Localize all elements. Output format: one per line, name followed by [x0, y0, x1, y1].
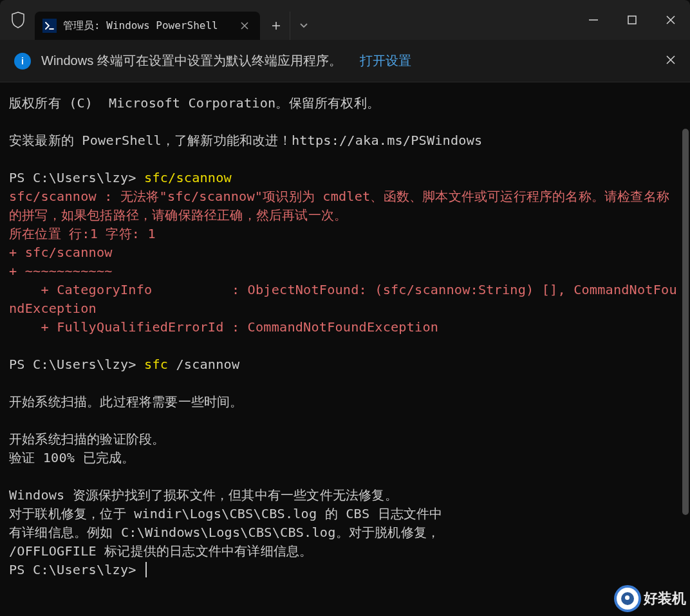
error-line-5: + CategoryInfo : ObjectNotFound: (sfc/sc… — [9, 282, 677, 316]
info-close-button[interactable] — [666, 55, 676, 68]
command-1: sfc/scannow — [144, 170, 232, 185]
tab-actions — [263, 12, 317, 40]
svg-rect-1 — [628, 16, 636, 24]
window-controls — [574, 6, 690, 34]
new-tab-button[interactable] — [263, 12, 290, 40]
error-line-1: sfc/scannow : 无法将"sfc/scannow"项识别为 cmdle… — [9, 189, 669, 223]
scrollbar-thumb[interactable] — [682, 129, 689, 515]
info-icon: i — [14, 53, 31, 70]
terminal-window: 管理员: Windows PowerShell — [0, 0, 690, 616]
watermark-logo-icon — [614, 585, 641, 612]
title-bar: 管理员: Windows PowerShell — [0, 0, 690, 40]
error-line-6: + FullyQualifiedErrorId : CommandNotFoun… — [9, 319, 438, 335]
prompt-1: PS C:\Users\lzy> — [9, 170, 144, 185]
cursor — [145, 562, 147, 577]
command-2: sfc — [144, 357, 176, 372]
maximize-button[interactable] — [613, 6, 651, 34]
watermark-text: 好装机 — [644, 589, 686, 608]
scan-line-3: 验证 100% 已完成。 — [9, 450, 135, 465]
prompt-3: PS C:\Users\lzy> — [9, 562, 144, 577]
powershell-icon — [42, 19, 57, 33]
error-line-2: 所在位置 行:1 字符: 1 — [9, 226, 156, 241]
minimize-button[interactable] — [574, 6, 613, 34]
watermark: 好装机 — [614, 585, 686, 612]
scan-line-2: 开始系统扫描的验证阶段。 — [9, 431, 165, 447]
tab-title: 管理员: Windows PowerShell — [63, 19, 230, 33]
copyright-line: 版权所有 (C) Microsoft Corporation。保留所有权利。 — [9, 95, 380, 111]
close-button[interactable] — [651, 6, 690, 34]
open-settings-link[interactable]: 打开设置 — [360, 52, 411, 70]
tab-dropdown-button[interactable] — [290, 12, 317, 40]
info-bar: i Windows 终端可在设置中设置为默认终端应用程序。 打开设置 — [0, 40, 690, 82]
prompt-2: PS C:\Users\lzy> — [9, 357, 144, 372]
tab-close-button[interactable] — [237, 18, 252, 33]
uac-shield-icon — [4, 6, 32, 34]
error-line-4: + ~~~~~~~~~~~ — [9, 263, 113, 279]
result-line-3: 有详细信息。例如 C:\Windows\Logs\CBS\CBS.log。对于脱… — [9, 525, 440, 540]
terminal-area[interactable]: 版权所有 (C) Microsoft Corporation。保留所有权利。 安… — [0, 82, 690, 616]
result-line-1: Windows 资源保护找到了损坏文件，但其中有一些文件无法修复。 — [9, 487, 398, 503]
scrollbar[interactable] — [681, 82, 690, 616]
result-line-2: 对于联机修复，位于 windir\Logs\CBS\CBS.log 的 CBS … — [9, 506, 443, 521]
result-line-4: /OFFLOGFILE 标记提供的日志文件中有详细信息。 — [9, 543, 312, 559]
terminal-output: 版权所有 (C) Microsoft Corporation。保留所有权利。 安… — [9, 94, 681, 579]
scan-line-1: 开始系统扫描。此过程将需要一些时间。 — [9, 394, 243, 409]
info-message: Windows 终端可在设置中设置为默认终端应用程序。 — [41, 52, 342, 70]
install-line: 安装最新的 PowerShell，了解新功能和改进！https://aka.ms… — [9, 133, 482, 148]
active-tab[interactable]: 管理员: Windows PowerShell — [35, 12, 260, 40]
command-2-arg: /scannow — [176, 357, 239, 372]
error-line-3: + sfc/scannow — [9, 245, 113, 260]
